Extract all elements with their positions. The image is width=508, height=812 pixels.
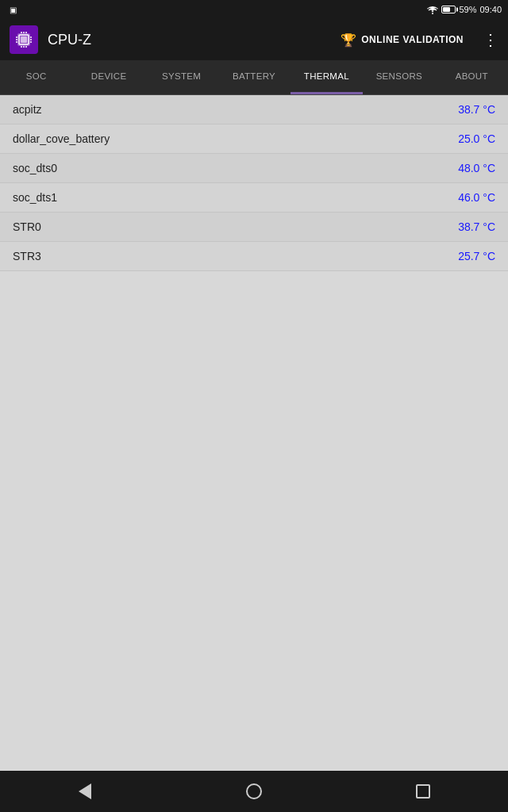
row-label: acpitz — [13, 103, 42, 116]
recents-button[interactable] — [399, 776, 447, 807]
recents-icon — [416, 784, 430, 799]
cpu-logo-icon — [13, 29, 35, 51]
svg-point-0 — [432, 13, 433, 14]
time-display: 09:40 — [479, 5, 502, 14]
table-row: STR0 38.7 °C — [0, 213, 508, 242]
table-row: soc_dts0 48.0 °C — [0, 154, 508, 183]
tab-device[interactable]: DEVICE — [72, 60, 144, 94]
row-value: 38.7 °C — [458, 220, 495, 233]
bottom-navigation — [0, 771, 508, 812]
tab-thermal[interactable]: THERMAL — [291, 60, 363, 94]
row-value: 25.7 °C — [458, 250, 495, 262]
tab-system[interactable]: SYSTEM — [145, 60, 217, 94]
row-value: 25.0 °C — [458, 132, 495, 145]
row-value: 38.7 °C — [458, 103, 495, 116]
back-icon — [79, 783, 91, 799]
thermal-content: acpitz 38.7 °C dollar_cove_battery 25.0 … — [0, 95, 508, 271]
home-icon — [246, 783, 262, 799]
home-button[interactable] — [230, 776, 278, 807]
app-bar: CPU-Z 🏆 ONLINE VALIDATION ⋮ — [0, 19, 508, 60]
row-label: STR3 — [13, 250, 41, 262]
table-row: STR3 25.7 °C — [0, 242, 508, 271]
row-value: 48.0 °C — [458, 162, 495, 174]
battery-icon — [441, 6, 456, 13]
battery-container — [441, 6, 456, 13]
tab-soc[interactable]: SOC — [0, 60, 72, 94]
row-label: dollar_cove_battery — [13, 132, 110, 145]
screen-icon: ▣ — [10, 6, 17, 14]
app-title: CPU-Z — [48, 32, 331, 48]
tab-bar: SOC DEVICE SYSTEM BATTERY THERMAL SENSOR… — [0, 60, 508, 95]
battery-percent: 59% — [459, 5, 476, 14]
status-bar-left: ▣ — [6, 6, 422, 14]
status-bar: ▣ 59% 09:40 — [0, 0, 508, 19]
wifi-icon — [427, 5, 438, 14]
row-label: soc_dts1 — [13, 191, 57, 204]
status-right: 59% 09:40 — [427, 5, 502, 14]
svg-rect-3 — [21, 36, 27, 43]
tab-sensors[interactable]: SENSORS — [363, 60, 435, 94]
back-button[interactable] — [61, 776, 109, 807]
row-label: STR0 — [13, 220, 41, 233]
table-row: acpitz 38.7 °C — [0, 95, 508, 124]
tab-battery[interactable]: BATTERY — [217, 60, 290, 94]
online-validation-label: ONLINE VALIDATION — [361, 34, 464, 45]
tab-about[interactable]: ABOUT — [436, 60, 508, 94]
row-label: soc_dts0 — [13, 162, 57, 174]
app-logo — [10, 25, 38, 54]
battery-fill — [443, 7, 449, 12]
table-row: dollar_cove_battery 25.0 °C — [0, 124, 508, 154]
row-value: 46.0 °C — [458, 191, 495, 204]
table-row: soc_dts1 46.0 °C — [0, 183, 508, 213]
more-options-button[interactable]: ⋮ — [483, 30, 498, 49]
online-validation-button[interactable]: 🏆 ONLINE VALIDATION — [341, 33, 464, 48]
trophy-icon: 🏆 — [341, 33, 357, 48]
